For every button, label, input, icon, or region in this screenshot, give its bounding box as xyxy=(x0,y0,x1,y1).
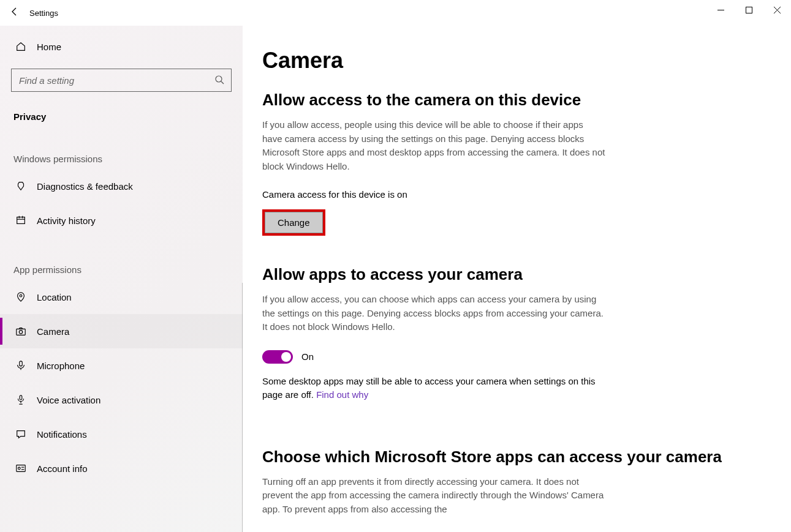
sidebar-item-label: Microphone xyxy=(37,361,85,371)
sidebar-home-label: Home xyxy=(37,42,61,52)
sidebar-item-label: Location xyxy=(37,292,72,302)
section2-desc: If you allow access, you can choose whic… xyxy=(262,293,605,334)
sidebar-heading-windows-permissions: Windows permissions xyxy=(0,127,243,169)
svg-point-4 xyxy=(216,76,222,82)
sidebar-item-camera[interactable]: Camera xyxy=(0,314,243,348)
sidebar-item-diagnostics[interactable]: Diagnostics & feedback xyxy=(0,169,243,203)
search-wrap xyxy=(11,69,232,92)
main-panel: Camera Allow access to the camera on thi… xyxy=(243,26,791,532)
section2-title: Allow apps to access your camera xyxy=(262,265,766,284)
section1-title: Allow access to the camera on this devic… xyxy=(262,91,766,110)
section1-desc: If you allow access, people using this d… xyxy=(262,118,605,173)
svg-rect-11 xyxy=(17,329,25,335)
desktop-note-text: Some desktop apps may still be able to a… xyxy=(262,376,596,400)
sidebar-item-label: Account info xyxy=(37,463,88,474)
search-icon xyxy=(214,75,224,87)
find-out-why-link[interactable]: Find out why xyxy=(316,389,368,400)
notifications-icon xyxy=(13,429,28,440)
close-button[interactable] xyxy=(763,0,791,20)
svg-rect-6 xyxy=(17,217,25,224)
sidebar-heading-app-permissions: App permissions xyxy=(0,238,243,280)
section3-title: Choose which Microsoft Store apps can ac… xyxy=(262,448,766,466)
sidebar-item-label: Notifications xyxy=(37,429,87,440)
sidebar: Home Privacy Windows permissions Diagnos… xyxy=(0,26,243,532)
camera-access-status: Camera access for this device is on xyxy=(262,189,766,200)
svg-point-19 xyxy=(18,467,21,470)
activity-history-icon xyxy=(13,215,28,226)
sidebar-divider xyxy=(242,283,243,532)
sidebar-item-label: Diagnostics & feedback xyxy=(37,181,133,192)
back-button[interactable] xyxy=(0,7,29,19)
section3-desc: Turning off an app prevents it from dire… xyxy=(262,475,605,517)
camera-icon xyxy=(13,326,28,337)
maximize-button[interactable] xyxy=(735,0,763,20)
change-button-highlight: Change xyxy=(262,209,325,236)
location-icon xyxy=(13,291,28,302)
svg-rect-15 xyxy=(20,395,22,400)
svg-rect-13 xyxy=(20,361,23,366)
svg-point-12 xyxy=(19,331,22,334)
sidebar-item-microphone[interactable]: Microphone xyxy=(0,348,243,383)
voice-activation-icon xyxy=(13,394,28,405)
sidebar-item-label: Activity history xyxy=(37,215,96,226)
microphone-icon xyxy=(13,360,28,371)
sidebar-section-privacy: Privacy xyxy=(0,92,243,127)
account-info-icon xyxy=(13,463,28,474)
toggle-state-label: On xyxy=(301,351,314,362)
minimize-button[interactable] xyxy=(706,0,735,20)
desktop-note: Some desktop apps may still be able to a… xyxy=(262,375,605,402)
home-icon xyxy=(13,41,28,52)
svg-line-5 xyxy=(221,81,224,84)
sidebar-item-label: Voice activation xyxy=(37,395,100,405)
diagnostics-icon xyxy=(13,181,28,192)
page-title: Camera xyxy=(262,48,766,73)
sidebar-item-voice-activation[interactable]: Voice activation xyxy=(0,383,243,417)
sidebar-home[interactable]: Home xyxy=(0,29,243,64)
sidebar-item-account-info[interactable]: Account info xyxy=(0,451,243,485)
apps-access-toggle[interactable] xyxy=(262,350,293,364)
window-controls xyxy=(706,0,791,26)
search-input[interactable] xyxy=(11,69,232,92)
sidebar-item-activity-history[interactable]: Activity history xyxy=(0,203,243,238)
sidebar-item-location[interactable]: Location xyxy=(0,280,243,314)
sidebar-item-label: Camera xyxy=(37,326,69,337)
svg-point-10 xyxy=(20,294,22,297)
change-button[interactable]: Change xyxy=(265,212,323,233)
titlebar: Settings xyxy=(0,0,791,26)
toggle-knob xyxy=(281,352,291,362)
svg-rect-1 xyxy=(746,7,752,13)
window-title: Settings xyxy=(29,9,58,18)
sidebar-item-notifications[interactable]: Notifications xyxy=(0,417,243,451)
